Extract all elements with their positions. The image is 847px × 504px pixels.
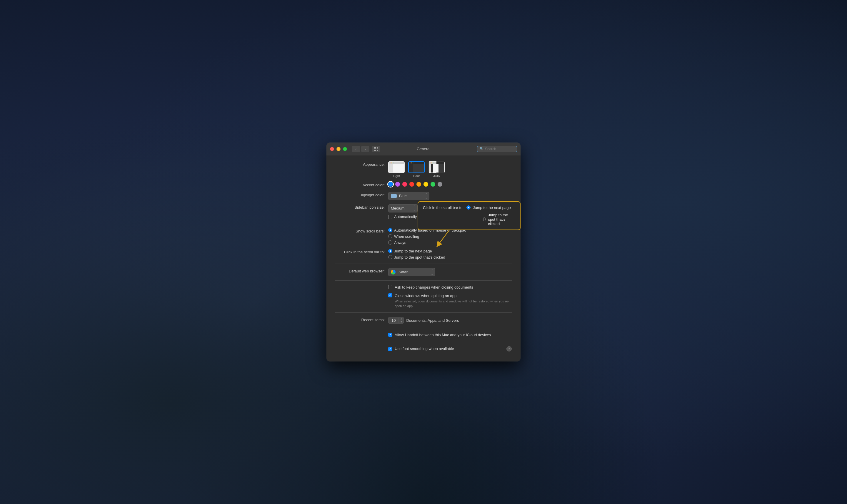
scroll-next-page-radio[interactable] [388, 249, 392, 253]
window-title: General [417, 147, 430, 151]
scroll-always-radio[interactable] [388, 240, 392, 245]
tooltip-answer-2: Jump to the spot that's clicked [488, 213, 515, 226]
accent-orange[interactable] [416, 182, 421, 186]
divider-5 [335, 328, 512, 328]
close-button[interactable] [330, 147, 334, 151]
appearance-label: Appearance: [335, 161, 388, 167]
search-box[interactable]: 🔍 [477, 146, 517, 152]
close-windows-sublabel: When selected, open documents and window… [395, 299, 512, 308]
recent-items-control: 10 ▲ ▼ Documents, Apps, and Servers [388, 317, 512, 324]
help-button[interactable]: ? [506, 346, 512, 352]
safari-icon [391, 270, 396, 274]
allow-handoff-checkbox[interactable] [388, 333, 392, 337]
appearance-dark[interactable]: Dark [408, 161, 425, 178]
auto-thumb [428, 161, 445, 173]
automatically-checkbox[interactable] [388, 215, 392, 219]
back-button[interactable]: ‹ [352, 146, 360, 152]
scroll-next-page-label: Jump to the next page [394, 249, 432, 253]
divider-4 [335, 312, 512, 313]
sidebar-icon-dropdown[interactable]: Medium ⌃⌄ [388, 204, 418, 213]
minimize-button[interactable] [336, 147, 341, 151]
highlight-color-row: Highlight color: Blue ⌃⌄ [335, 192, 512, 200]
ask-keep-changes-checkbox[interactable] [388, 285, 392, 289]
font-smoothing-row: Use font smoothing when available ? [335, 346, 512, 352]
tooltip-radio-selected[interactable] [466, 205, 470, 210]
scroll-always-label: Always [394, 240, 406, 245]
show-scroll-bars-control: Automatically based on mouse or trackpad… [388, 228, 512, 245]
recent-items-label: Recent items: [335, 317, 388, 323]
highlight-swatch [391, 194, 397, 198]
tooltip-row-2: Jump to the spot that's clicked [423, 213, 515, 226]
tooltip-question: Click in the scroll bar to: [423, 205, 464, 210]
allow-handoff-label: Allow Handoff between this Mac and your … [395, 332, 491, 338]
tooltip-header-row: Click in the scroll bar to: Jump to the … [423, 205, 515, 210]
scroll-next-page-option[interactable]: Jump to the next page [388, 249, 445, 253]
appearance-auto[interactable]: Auto [428, 161, 445, 178]
accent-blue[interactable] [388, 182, 393, 186]
search-input[interactable] [485, 147, 514, 151]
appearance-light[interactable]: Light [388, 161, 405, 178]
highlight-dropdown[interactable]: Blue ⌃⌄ [388, 192, 429, 200]
recent-items-row: Recent items: 10 ▲ ▼ Documents, Apps, an… [335, 317, 512, 324]
scroll-spot-radio[interactable] [388, 255, 392, 259]
appearance-options: Light Dark [388, 161, 445, 178]
stepper-up[interactable]: ▲ [399, 317, 403, 320]
scroll-when-label: When scrolling [394, 234, 419, 239]
accent-color-row: Accent color: [335, 182, 512, 188]
close-windows-row: Close windows when quitting an app When … [335, 293, 512, 308]
scroll-when-option[interactable]: When scrolling [388, 234, 466, 239]
maximize-button[interactable] [343, 147, 347, 151]
titlebar: ‹ › General 🔍 [326, 143, 521, 156]
close-windows-checkbox[interactable] [388, 293, 392, 298]
highlight-control: Blue ⌃⌄ [388, 192, 512, 200]
accent-graphite[interactable] [438, 182, 442, 186]
sidebar-icon-value: Medium [391, 206, 412, 211]
grid-button[interactable] [372, 146, 380, 152]
click-scroll-label: Click in the scroll bar to: [335, 249, 388, 255]
accent-red[interactable] [409, 182, 414, 186]
recent-items-suffix: Documents, Apps, and Servers [406, 318, 459, 323]
default-browser-label: Default web browser: [335, 268, 388, 274]
nav-buttons: ‹ › [352, 146, 380, 152]
accent-control [388, 182, 512, 186]
light-label: Light [393, 174, 400, 178]
allow-handoff-row: Allow Handoff between this Mac and your … [335, 332, 512, 338]
accent-purple[interactable] [395, 182, 400, 186]
default-browser-dropdown[interactable]: Safari ⌃⌄ [388, 268, 435, 276]
scroll-spot-option[interactable]: Jump to the spot that's clicked [388, 255, 445, 259]
scroll-when-radio[interactable] [388, 234, 392, 238]
accent-colors [388, 182, 442, 186]
scroll-spot-label: Jump to the spot that's clicked [394, 255, 445, 259]
forward-icon: › [365, 147, 366, 151]
default-browser-control: Safari ⌃⌄ [388, 268, 512, 276]
chevron-down-icon: ⌃⌄ [425, 193, 427, 199]
sidebar-icon-label: Sidebar icon size: [335, 204, 388, 210]
appearance-control: Light Dark [388, 161, 512, 178]
back-icon: ‹ [355, 147, 357, 151]
forward-button[interactable]: › [361, 146, 369, 152]
dark-thumb [408, 161, 425, 173]
recent-items-value: 10 [388, 318, 399, 323]
recent-items-stepper[interactable]: 10 ▲ ▼ [388, 317, 404, 324]
search-icon: 🔍 [480, 147, 484, 151]
tooltip-option-2: Jump to the spot that's clicked [483, 213, 515, 226]
show-scroll-bars-row: Show scroll bars: Automatically based on… [335, 228, 512, 245]
scroll-auto-radio[interactable] [388, 228, 392, 232]
font-smoothing-checkbox[interactable] [388, 347, 392, 351]
accent-green[interactable] [431, 182, 435, 186]
click-scroll-row: Click in the scroll bar to: Jump to the … [335, 249, 512, 259]
dark-label: Dark [413, 174, 420, 178]
content-area: Appearance: Light [326, 156, 521, 362]
tooltip-radio-unselected[interactable] [483, 217, 486, 221]
accent-pink[interactable] [402, 182, 407, 186]
settings-window: ‹ › General 🔍 Appearance: [326, 143, 521, 362]
auto-label: Auto [433, 174, 440, 178]
ask-keep-changes-row: Ask to keep changes when closing documen… [335, 285, 512, 290]
default-browser-row: Default web browser: Safari ⌃⌄ [335, 268, 512, 276]
stepper-down[interactable]: ▼ [399, 320, 403, 324]
font-smoothing-label: Use font smoothing when available [395, 346, 504, 352]
highlight-value: Blue [399, 194, 424, 198]
scroll-always-option[interactable]: Always [388, 240, 466, 245]
browser-value: Safari [398, 270, 430, 274]
accent-yellow[interactable] [424, 182, 428, 186]
